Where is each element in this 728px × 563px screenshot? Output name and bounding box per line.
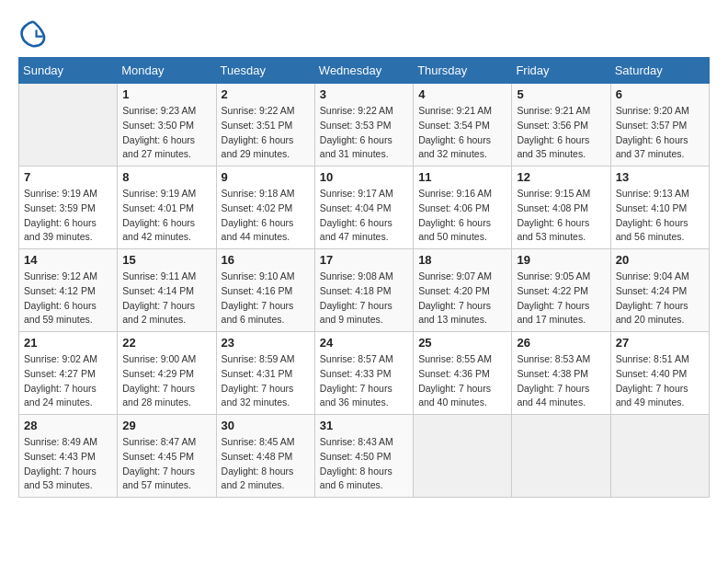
day-info: Sunrise: 9:22 AMSunset: 3:51 PMDaylight:…	[222, 104, 310, 162]
calendar-cell: 16Sunrise: 9:10 AMSunset: 4:16 PMDayligh…	[216, 249, 314, 332]
calendar-cell: 29Sunrise: 8:47 AMSunset: 4:45 PMDayligh…	[118, 415, 216, 498]
day-info: Sunrise: 9:11 AMSunset: 4:14 PMDaylight:…	[122, 270, 210, 327]
logo-icon	[18, 18, 48, 48]
calendar-cell: 1Sunrise: 9:23 AMSunset: 3:50 PMDaylight…	[118, 84, 216, 167]
calendar-week-row: 14Sunrise: 9:12 AMSunset: 4:12 PMDayligh…	[19, 249, 710, 332]
calendar-cell: 24Sunrise: 8:57 AMSunset: 4:33 PMDayligh…	[314, 332, 413, 415]
day-number: 4	[418, 87, 506, 101]
day-info: Sunrise: 9:19 AMSunset: 4:01 PMDaylight:…	[122, 187, 210, 245]
calendar-header: SundayMondayTuesdayWednesdayThursdayFrid…	[19, 58, 710, 84]
day-info: Sunrise: 8:51 AMSunset: 4:40 PMDaylight:…	[616, 352, 704, 410]
day-number: 27	[616, 336, 704, 350]
day-number: 3	[320, 87, 408, 101]
day-number: 20	[616, 253, 704, 267]
day-number: 8	[122, 170, 210, 184]
calendar-week-row: 7Sunrise: 9:19 AMSunset: 3:59 PMDaylight…	[19, 167, 710, 249]
day-info: Sunrise: 9:21 AMSunset: 3:54 PMDaylight:…	[418, 104, 506, 162]
calendar-cell: 14Sunrise: 9:12 AMSunset: 4:12 PMDayligh…	[19, 249, 118, 332]
calendar-cell: 30Sunrise: 8:45 AMSunset: 4:48 PMDayligh…	[216, 415, 314, 498]
calendar-cell: 22Sunrise: 9:00 AMSunset: 4:29 PMDayligh…	[118, 332, 216, 415]
calendar-cell: 18Sunrise: 9:07 AMSunset: 4:20 PMDayligh…	[414, 249, 512, 332]
day-info: Sunrise: 8:55 AMSunset: 4:36 PMDaylight:…	[418, 352, 506, 410]
calendar-cell: 25Sunrise: 8:55 AMSunset: 4:36 PMDayligh…	[414, 332, 512, 415]
day-info: Sunrise: 8:45 AMSunset: 4:48 PMDaylight:…	[222, 435, 310, 493]
calendar-cell: 21Sunrise: 9:02 AMSunset: 4:27 PMDayligh…	[19, 332, 118, 415]
calendar-cell: 23Sunrise: 8:59 AMSunset: 4:31 PMDayligh…	[216, 332, 314, 415]
calendar-cell: 15Sunrise: 9:11 AMSunset: 4:14 PMDayligh…	[118, 249, 216, 332]
day-info: Sunrise: 8:57 AMSunset: 4:33 PMDaylight:…	[320, 352, 408, 410]
day-number: 24	[320, 336, 408, 350]
day-info: Sunrise: 8:47 AMSunset: 4:45 PMDaylight:…	[122, 435, 210, 493]
day-number: 25	[418, 336, 506, 350]
day-info: Sunrise: 8:49 AMSunset: 4:43 PMDaylight:…	[24, 435, 112, 493]
calendar-cell: 7Sunrise: 9:19 AMSunset: 3:59 PMDaylight…	[19, 167, 118, 249]
day-number: 26	[517, 336, 605, 350]
calendar-week-row: 28Sunrise: 8:49 AMSunset: 4:43 PMDayligh…	[19, 415, 710, 498]
day-info: Sunrise: 9:12 AMSunset: 4:12 PMDaylight:…	[24, 270, 112, 327]
header-row: SundayMondayTuesdayWednesdayThursdayFrid…	[19, 58, 710, 84]
day-number: 7	[24, 170, 112, 184]
page-header	[18, 18, 710, 48]
day-number: 23	[222, 336, 310, 350]
calendar-cell: 12Sunrise: 9:15 AMSunset: 4:08 PMDayligh…	[512, 167, 610, 249]
calendar-week-row: 21Sunrise: 9:02 AMSunset: 4:27 PMDayligh…	[19, 332, 710, 415]
calendar-week-row: 1Sunrise: 9:23 AMSunset: 3:50 PMDaylight…	[19, 84, 710, 167]
calendar-cell: 5Sunrise: 9:21 AMSunset: 3:56 PMDaylight…	[512, 84, 610, 167]
calendar-body: 1Sunrise: 9:23 AMSunset: 3:50 PMDaylight…	[19, 84, 710, 498]
calendar-cell	[512, 415, 610, 498]
calendar-cell: 13Sunrise: 9:13 AMSunset: 4:10 PMDayligh…	[610, 167, 709, 249]
day-number: 12	[517, 170, 605, 184]
calendar-cell: 2Sunrise: 9:22 AMSunset: 3:51 PMDaylight…	[216, 84, 314, 167]
header-day: Friday	[512, 58, 610, 84]
day-number: 6	[616, 87, 704, 101]
calendar-cell: 9Sunrise: 9:18 AMSunset: 4:02 PMDaylight…	[216, 167, 314, 249]
day-info: Sunrise: 9:04 AMSunset: 4:24 PMDaylight:…	[616, 270, 704, 327]
day-number: 10	[320, 170, 408, 184]
day-info: Sunrise: 9:00 AMSunset: 4:29 PMDaylight:…	[122, 352, 210, 410]
day-info: Sunrise: 9:18 AMSunset: 4:02 PMDaylight:…	[222, 187, 310, 245]
day-number: 18	[418, 253, 506, 267]
day-info: Sunrise: 9:05 AMSunset: 4:22 PMDaylight:…	[517, 270, 605, 327]
day-info: Sunrise: 9:02 AMSunset: 4:27 PMDaylight:…	[24, 352, 112, 410]
calendar-cell: 3Sunrise: 9:22 AMSunset: 3:53 PMDaylight…	[314, 84, 413, 167]
day-number: 22	[122, 336, 210, 350]
day-info: Sunrise: 9:20 AMSunset: 3:57 PMDaylight:…	[616, 104, 704, 162]
day-number: 21	[24, 336, 112, 350]
calendar-cell: 4Sunrise: 9:21 AMSunset: 3:54 PMDaylight…	[414, 84, 512, 167]
header-day: Thursday	[414, 58, 512, 84]
day-info: Sunrise: 9:22 AMSunset: 3:53 PMDaylight:…	[320, 104, 408, 162]
calendar-cell: 8Sunrise: 9:19 AMSunset: 4:01 PMDaylight…	[118, 167, 216, 249]
day-info: Sunrise: 9:21 AMSunset: 3:56 PMDaylight:…	[517, 104, 605, 162]
day-number: 16	[222, 253, 310, 267]
calendar-cell: 19Sunrise: 9:05 AMSunset: 4:22 PMDayligh…	[512, 249, 610, 332]
calendar-table: SundayMondayTuesdayWednesdayThursdayFrid…	[18, 57, 710, 498]
calendar-cell: 28Sunrise: 8:49 AMSunset: 4:43 PMDayligh…	[19, 415, 118, 498]
day-info: Sunrise: 9:17 AMSunset: 4:04 PMDaylight:…	[320, 187, 408, 245]
day-number: 28	[24, 419, 112, 432]
day-info: Sunrise: 9:08 AMSunset: 4:18 PMDaylight:…	[320, 270, 408, 327]
calendar-cell: 6Sunrise: 9:20 AMSunset: 3:57 PMDaylight…	[610, 84, 709, 167]
calendar-cell	[414, 415, 512, 498]
calendar-cell: 10Sunrise: 9:17 AMSunset: 4:04 PMDayligh…	[314, 167, 413, 249]
day-info: Sunrise: 8:59 AMSunset: 4:31 PMDaylight:…	[222, 352, 310, 410]
day-number: 30	[222, 419, 310, 432]
header-day: Monday	[118, 58, 216, 84]
logo	[18, 18, 51, 48]
day-info: Sunrise: 8:43 AMSunset: 4:50 PMDaylight:…	[320, 435, 408, 493]
day-number: 5	[517, 87, 605, 101]
calendar-cell: 17Sunrise: 9:08 AMSunset: 4:18 PMDayligh…	[314, 249, 413, 332]
day-number: 15	[122, 253, 210, 267]
day-number: 29	[122, 419, 210, 432]
day-info: Sunrise: 8:53 AMSunset: 4:38 PMDaylight:…	[517, 352, 605, 410]
day-number: 1	[122, 87, 210, 101]
day-info: Sunrise: 9:07 AMSunset: 4:20 PMDaylight:…	[418, 270, 506, 327]
calendar-cell: 27Sunrise: 8:51 AMSunset: 4:40 PMDayligh…	[610, 332, 709, 415]
day-number: 31	[320, 419, 408, 432]
day-number: 11	[418, 170, 506, 184]
calendar-cell: 11Sunrise: 9:16 AMSunset: 4:06 PMDayligh…	[414, 167, 512, 249]
header-day: Sunday	[19, 58, 118, 84]
calendar-cell: 20Sunrise: 9:04 AMSunset: 4:24 PMDayligh…	[610, 249, 709, 332]
day-info: Sunrise: 9:10 AMSunset: 4:16 PMDaylight:…	[222, 270, 310, 327]
header-day: Saturday	[610, 58, 709, 84]
day-info: Sunrise: 9:15 AMSunset: 4:08 PMDaylight:…	[517, 187, 605, 245]
